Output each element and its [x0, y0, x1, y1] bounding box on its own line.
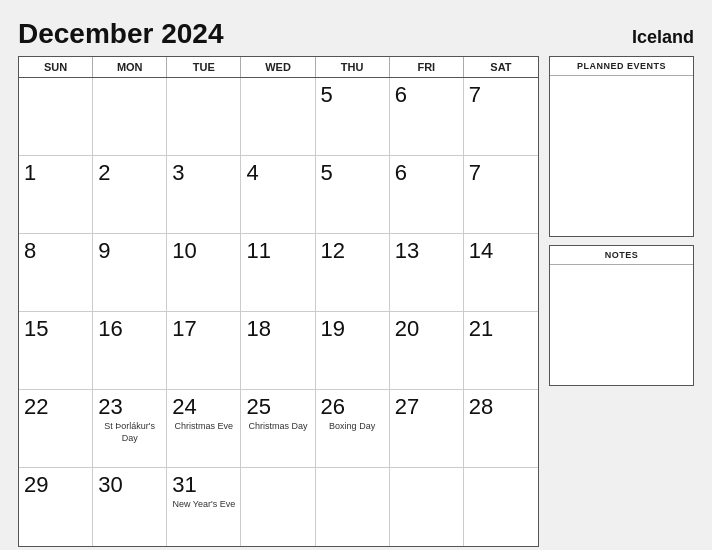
calendar-grid: 5 6 7 1 2 3 4: [19, 78, 538, 546]
cell-number: 30: [98, 473, 161, 497]
cell-number: 15: [24, 317, 87, 341]
calendar-cell-1: 1: [19, 156, 93, 234]
calendar-cell-26: 26 Boxing Day: [316, 390, 390, 468]
cell-number: 1: [24, 161, 87, 185]
calendar-cell-28: 28: [464, 390, 538, 468]
cell-number: 23: [98, 395, 161, 419]
cell-number: 19: [321, 317, 384, 341]
calendar-cell-17: 17: [167, 312, 241, 390]
cell-number: 3: [172, 161, 235, 185]
cell-event-new-years-eve: New Year's Eve: [172, 499, 235, 511]
calendar-cell-22: 22: [19, 390, 93, 468]
cell-number: 5: [321, 161, 384, 185]
cell-number: 18: [246, 317, 309, 341]
cell-number: 22: [24, 395, 87, 419]
cell-number: 10: [172, 239, 235, 263]
cell-number: 26: [321, 395, 384, 419]
calendar-cell-15: 15: [19, 312, 93, 390]
cell-number: 7: [469, 161, 533, 185]
calendar-cell-14: 14: [464, 234, 538, 312]
cell-number: 16: [98, 317, 161, 341]
cell-number: 6: [395, 83, 458, 107]
calendar-cell-empty: [241, 468, 315, 546]
cell-number: 8: [24, 239, 87, 263]
cell-number: 4: [246, 161, 309, 185]
calendar-cell-5: 5: [316, 78, 390, 156]
day-header-mon: MON: [93, 57, 167, 77]
cell-number: 2: [98, 161, 161, 185]
calendar-cell-6: 6: [390, 78, 464, 156]
cell-number: 11: [246, 239, 309, 263]
day-headers-row: SUN MON TUE WED THU FRI SAT: [19, 57, 538, 78]
notes-title: NOTES: [550, 246, 693, 265]
notes-content: [550, 265, 693, 385]
cell-number: 24: [172, 395, 235, 419]
calendar-cell-21: 21: [464, 312, 538, 390]
calendar-cell-7b: 7: [464, 156, 538, 234]
calendar-cell-7: 7: [464, 78, 538, 156]
calendar-cell-6b: 6: [390, 156, 464, 234]
calendar-cell-8: 8: [19, 234, 93, 312]
calendar-header: December 2024 Iceland: [18, 18, 694, 50]
cell-event-boxing-day: Boxing Day: [321, 421, 384, 433]
cell-number: 28: [469, 395, 533, 419]
calendar-cell-10: 10: [167, 234, 241, 312]
calendar-cell-30: 30: [93, 468, 167, 546]
day-header-tue: TUE: [167, 57, 241, 77]
calendar-cell-27: 27: [390, 390, 464, 468]
calendar-cell-16: 16: [93, 312, 167, 390]
calendar-cell-18: 18: [241, 312, 315, 390]
calendar-cell-23: 23 St Þorlákur's Day: [93, 390, 167, 468]
cell-event-christmas-day: Christmas Day: [246, 421, 309, 433]
calendar-cell-empty: [316, 468, 390, 546]
cell-number: 13: [395, 239, 458, 263]
day-header-wed: WED: [241, 57, 315, 77]
calendar-cell-5b: 5: [316, 156, 390, 234]
calendar-cell-empty: [241, 78, 315, 156]
cell-number: 12: [321, 239, 384, 263]
day-header-sun: SUN: [19, 57, 93, 77]
planned-events-content: [550, 76, 693, 236]
cell-number: 17: [172, 317, 235, 341]
cell-number: 21: [469, 317, 533, 341]
calendar-cell-3: 3: [167, 156, 241, 234]
calendar-cell-12: 12: [316, 234, 390, 312]
main-area: SUN MON TUE WED THU FRI SAT 5 6: [18, 56, 694, 547]
calendar-cell-11: 11: [241, 234, 315, 312]
calendar-cell-empty: [93, 78, 167, 156]
calendar-cell-2: 2: [93, 156, 167, 234]
calendar-cell-29: 29: [19, 468, 93, 546]
cell-number: 7: [469, 83, 533, 107]
calendar-cell-19: 19: [316, 312, 390, 390]
cell-number: 29: [24, 473, 87, 497]
calendar-page: December 2024 Iceland SUN MON TUE WED TH…: [0, 0, 712, 550]
calendar-cell-9: 9: [93, 234, 167, 312]
sidebar: PLANNED EVENTS NOTES: [549, 56, 694, 547]
calendar-title: December 2024: [18, 18, 223, 50]
calendar-grid-section: SUN MON TUE WED THU FRI SAT 5 6: [18, 56, 539, 547]
calendar-cell-25: 25 Christmas Day: [241, 390, 315, 468]
calendar-cell-4: 4: [241, 156, 315, 234]
cell-number: 5: [321, 83, 384, 107]
calendar-country: Iceland: [632, 27, 694, 48]
calendar-cell-24: 24 Christmas Eve: [167, 390, 241, 468]
day-header-fri: FRI: [390, 57, 464, 77]
calendar-cell-13: 13: [390, 234, 464, 312]
cell-number: 9: [98, 239, 161, 263]
cell-event-thorlakur: St Þorlákur's Day: [98, 421, 161, 444]
cell-number: 27: [395, 395, 458, 419]
calendar-cell-empty: [19, 78, 93, 156]
day-header-thu: THU: [316, 57, 390, 77]
planned-events-box: PLANNED EVENTS: [549, 56, 694, 237]
notes-box: NOTES: [549, 245, 694, 386]
cell-number: 20: [395, 317, 458, 341]
day-header-sat: SAT: [464, 57, 538, 77]
cell-event-christmas-eve: Christmas Eve: [172, 421, 235, 433]
calendar-cell-empty: [390, 468, 464, 546]
cell-number: 14: [469, 239, 533, 263]
calendar-cell-20: 20: [390, 312, 464, 390]
calendar-cell-empty: [464, 468, 538, 546]
calendar-cell-31: 31 New Year's Eve: [167, 468, 241, 546]
cell-number: 6: [395, 161, 458, 185]
planned-events-title: PLANNED EVENTS: [550, 57, 693, 76]
